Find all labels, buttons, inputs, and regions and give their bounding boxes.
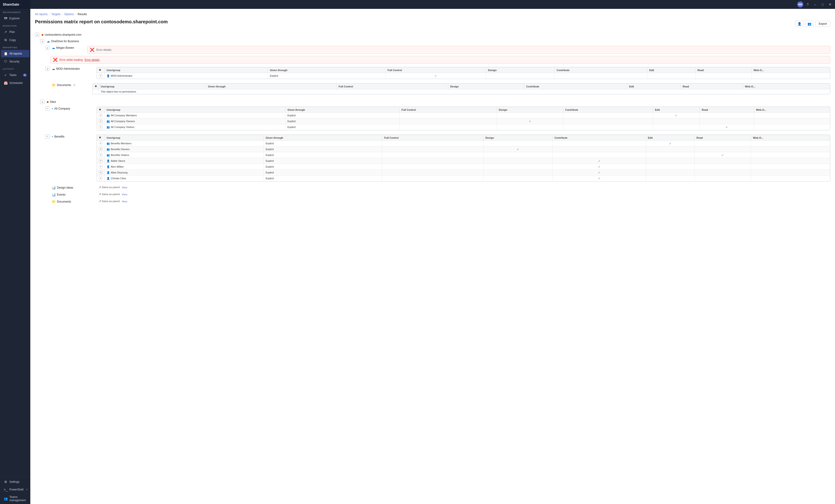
row-expand-btn[interactable]: + (99, 176, 103, 180)
benefits-perm-table: ✖ User/group Given through Full Control … (97, 134, 830, 182)
benefits-collapse-btn[interactable]: > (45, 134, 49, 139)
sidebar-item-explorer[interactable]: 🗺 Explorer (1, 15, 29, 22)
row-expand-btn[interactable]: + (99, 159, 103, 163)
th-read: Read (700, 107, 754, 112)
sites-node-text: Sites (50, 100, 56, 104)
mod-admin-collapse-btn[interactable]: ∨ (45, 67, 49, 71)
documents-mod-table-header: ✖ User/group Given through Full Control … (93, 84, 830, 89)
megan-error-row: ❌ Error details (87, 46, 830, 54)
row-expand-btn[interactable]: + (99, 165, 103, 169)
sidebar-item-plan[interactable]: ↗ Plan (1, 28, 29, 36)
user-avatar[interactable]: MM (797, 1, 803, 7)
cell-full_control (400, 119, 497, 124)
error-loading-text: Error while loading (60, 58, 83, 62)
benefits-label-area: > ⭑ Benefits (45, 133, 97, 140)
mod-admin-perm-table: ✖ User/group Given through Full Control … (97, 67, 830, 79)
documents-share-icon: ⚙ (73, 84, 76, 87)
row-expand-btn[interactable]: + (99, 74, 103, 78)
documents-benefits-view-link[interactable]: View (122, 200, 127, 203)
th-full-control: Full Control (400, 107, 497, 112)
row-expand-btn[interactable]: + (99, 113, 103, 117)
row-expand-btn[interactable]: + (99, 119, 103, 123)
sidebar-item-all-reports[interactable]: 📋 All reports (1, 50, 29, 57)
cell-full_control (382, 164, 484, 170)
row-expand-btn[interactable]: + (99, 142, 103, 145)
sites-collapse-btn[interactable]: ∨ (40, 100, 44, 104)
cell-web_o (751, 164, 830, 170)
all-company-collapse-btn[interactable]: > (45, 107, 49, 111)
user-filter-button[interactable]: 👤 (795, 21, 804, 27)
events-view-link[interactable]: View (122, 193, 127, 196)
check-mark: ✓ (726, 125, 728, 129)
sidebar-item-teams-management[interactable]: 👥 Teams management (1, 493, 29, 504)
cell-user-group: 👥All Company Visitors (105, 124, 286, 130)
breadcrumb-targets[interactable]: Targets (51, 13, 60, 16)
breadcrumb-all-reports[interactable]: All reports (35, 13, 47, 16)
content-area: All reports › Targets › Options › Result… (30, 9, 835, 504)
all-company-node-text: All Company (54, 107, 70, 110)
help-button[interactable]: ? (805, 1, 811, 7)
settings-icon: ⚙ (4, 480, 7, 484)
sidebar-item-security[interactable]: 🛡 Security (1, 58, 29, 65)
cell-edit (646, 158, 694, 164)
cell-edit: ✓ (646, 141, 694, 146)
group-filter-button[interactable]: 👥 (805, 21, 814, 27)
cell-given-through: Explicit (264, 164, 382, 170)
row-expand-btn[interactable]: + (99, 171, 103, 174)
mod-admin-icon: ☁ (52, 67, 55, 71)
events-node-label: 📊 Events (50, 192, 67, 197)
export-button[interactable]: Export (815, 21, 830, 27)
cell-user-group: 👤MOD Administrator (105, 73, 268, 79)
mod-admin-node-label: ☁ MOD Administrator (50, 66, 81, 71)
sidebar-item-tasks[interactable]: ✓ Tasks 1 (1, 71, 29, 79)
reporting-section-label: REPORTING (0, 44, 30, 50)
close-button[interactable]: ✕ (827, 1, 833, 7)
th-user-group: User/group (105, 107, 286, 112)
cell-edit (646, 146, 694, 152)
documents-benefits-label-area: 📁 Documents (50, 199, 97, 205)
cell-read (695, 158, 751, 164)
design-ideas-view-link[interactable]: View (122, 186, 127, 189)
user-icon: 👤 (107, 165, 110, 168)
cell-edit: ✓ (653, 112, 700, 119)
cell-edit (646, 170, 694, 175)
sidebar-item-label: Plan (9, 30, 15, 34)
onedrive-collapse-btn[interactable]: ∨ (40, 39, 44, 43)
row-expand-btn[interactable]: + (99, 153, 103, 157)
root-node-text: contosodemo.sharepoint.com (44, 33, 81, 36)
cell-given-through: Explicit (285, 119, 400, 124)
sidebar: ShareGate· ENVIRONMENT 🗺 Explorer MIGRAT… (0, 0, 30, 504)
row-expand-btn[interactable]: + (99, 125, 103, 129)
cell-user-group: 👤Christie Cline (105, 175, 264, 181)
error-loading-row: ❌ Error while loading Error details (35, 55, 830, 65)
activity-section-label: ACTIVITY (0, 65, 30, 71)
cell-web_o (751, 158, 830, 164)
megan-collapse-btn[interactable]: ∨ (45, 46, 49, 50)
cell-given-through: Explicit (264, 141, 382, 146)
cell-full_control (400, 112, 497, 119)
sidebar-item-settings[interactable]: ⚙ Settings (1, 478, 29, 486)
th-design: Design (486, 67, 555, 73)
sidebar-item-copy[interactable]: ⧉ Copy (1, 36, 29, 44)
row-expand-btn[interactable]: + (99, 147, 103, 151)
minimize-button[interactable]: – (812, 1, 818, 7)
th-user-group: User/group (105, 135, 264, 141)
check-mark: ✓ (517, 148, 519, 151)
error-link[interactable]: Error details (84, 58, 100, 62)
cell-read (695, 146, 751, 152)
powershell-icon: >_ (4, 488, 7, 491)
cell-edit (646, 152, 694, 158)
root-collapse-btn[interactable]: ∨ (35, 33, 39, 37)
sidebar-item-label: Copy (9, 39, 16, 42)
cell-given-through: Explicit (285, 124, 400, 130)
cell-contribute (553, 141, 646, 146)
teams-icon: 👥 (4, 497, 7, 501)
maximize-button[interactable]: □ (820, 1, 826, 7)
mod-admin-table-header: ✖ User/group Given through Full Control … (97, 67, 830, 73)
tree-table: ∨ ■ contosodemo.sharepoint.com ∨ ☁ OneDr… (35, 31, 830, 205)
error-text: Error details (96, 48, 111, 51)
sidebar-item-powershell[interactable]: >_ PowerShell ↗ (1, 486, 29, 493)
breadcrumb-options[interactable]: Options (64, 13, 74, 16)
sidebar-item-scheduled[interactable]: 📅 Scheduled (1, 79, 29, 87)
check-mark: ✓ (721, 153, 724, 157)
